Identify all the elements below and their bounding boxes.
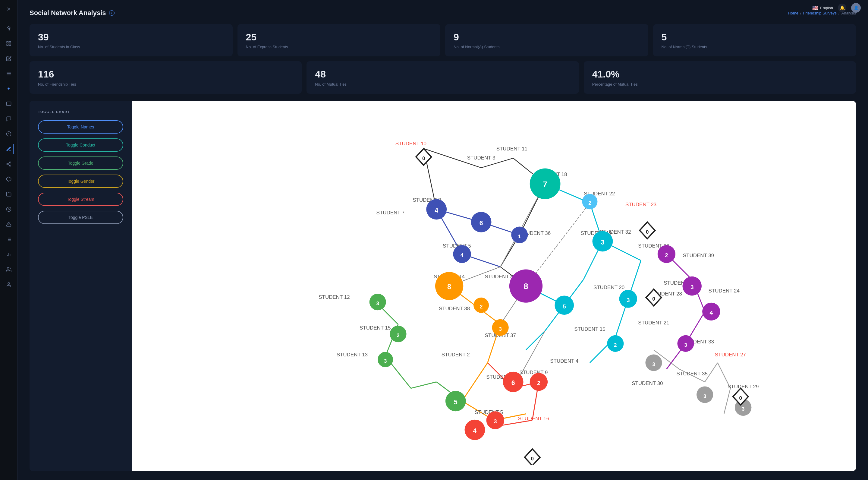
breadcrumb-sep1: / bbox=[800, 11, 801, 16]
toggle-panel-title: TOGGLE CHART bbox=[38, 110, 123, 114]
student-label: STUDENT 16 bbox=[518, 416, 549, 421]
node-label: 4 bbox=[435, 207, 438, 214]
pencil-icon[interactable] bbox=[4, 144, 13, 154]
node-label: 0 bbox=[422, 156, 425, 161]
stat-label: No. of Students in Class bbox=[38, 44, 224, 49]
student-label: STUDENT 38 bbox=[439, 306, 470, 311]
share-icon[interactable] bbox=[4, 159, 13, 169]
node-label: 3 bbox=[742, 406, 744, 412]
stat-label: No. of Express Students bbox=[246, 44, 432, 49]
alert-icon[interactable] bbox=[4, 129, 13, 139]
title-wrap: Social Network Analysis i bbox=[30, 9, 115, 17]
node-label: 4 bbox=[473, 427, 477, 434]
student-label: STUDENT 35 bbox=[677, 371, 708, 377]
clock-icon[interactable] bbox=[4, 204, 13, 214]
toggle-stream-button[interactable]: Toggle Stream bbox=[38, 193, 123, 206]
stat-card: 116 No. of Friendship Ties bbox=[30, 61, 302, 93]
node-label: 2 bbox=[480, 304, 483, 310]
toggle-grade-button[interactable]: Toggle Grade bbox=[38, 156, 123, 170]
node-label: 6 bbox=[512, 379, 515, 386]
student-label: STUDENT 29 bbox=[727, 384, 758, 390]
svg-line-17 bbox=[8, 163, 9, 164]
stat-label: No. of Normal(A) Students bbox=[454, 44, 640, 49]
node-label: 2 bbox=[588, 200, 591, 206]
student-label: STUDENT 15 bbox=[574, 326, 605, 332]
dashboard-icon[interactable] bbox=[4, 38, 13, 48]
stat-label: No. of Mutual Ties bbox=[315, 82, 570, 87]
toggle-names-button[interactable]: Toggle Names bbox=[38, 120, 123, 133]
folder-icon[interactable] bbox=[4, 189, 13, 199]
warning-icon[interactable] bbox=[4, 219, 13, 229]
page-header: Social Network Analysis i Home / Friends… bbox=[30, 9, 856, 17]
node-label: 3 bbox=[627, 297, 630, 303]
list-icon[interactable] bbox=[4, 235, 13, 244]
node-label: 1 bbox=[518, 233, 521, 239]
home-icon[interactable] bbox=[4, 24, 13, 33]
stat-label: Percentage of Mutual Ties bbox=[592, 82, 847, 87]
svg-line-63 bbox=[462, 363, 488, 401]
stat-card: 9 No. of Normal(A) Students bbox=[445, 24, 648, 56]
svg-line-16 bbox=[8, 164, 9, 165]
stat-number: 25 bbox=[246, 31, 432, 43]
svg-point-14 bbox=[7, 163, 8, 165]
edit-icon[interactable] bbox=[4, 54, 13, 63]
node-label: 2 bbox=[665, 252, 668, 259]
user-icon[interactable] bbox=[4, 280, 13, 290]
student-label: STUDENT 11 bbox=[496, 146, 527, 152]
toggle-gender-button[interactable]: Toggle Gender bbox=[38, 175, 123, 188]
breadcrumb-home[interactable]: Home bbox=[788, 11, 798, 16]
student-label: STUDENT 12 bbox=[318, 294, 350, 300]
stat-card: 25 No. of Express Students bbox=[238, 24, 441, 56]
node-label: 3 bbox=[376, 301, 379, 306]
student-label: STUDENT 20 bbox=[593, 284, 624, 290]
hexagon-icon[interactable] bbox=[4, 174, 13, 184]
node-label: 4 bbox=[461, 252, 464, 259]
stat-number: 48 bbox=[315, 68, 570, 80]
student-label: STUDENT 10 bbox=[396, 141, 427, 147]
node-label: 2 bbox=[397, 333, 399, 338]
info-icon[interactable]: i bbox=[109, 10, 115, 16]
stats-row-1: 39 No. of Students in Class 25 No. of Ex… bbox=[30, 24, 856, 56]
users-icon[interactable] bbox=[4, 265, 13, 274]
svg-point-32 bbox=[8, 282, 10, 284]
node-label: 8 bbox=[447, 283, 451, 291]
stat-number: 5 bbox=[661, 31, 848, 43]
student-label: STUDENT 4 bbox=[550, 358, 578, 364]
toggle-conduct-button[interactable]: Toggle Conduct bbox=[38, 139, 123, 152]
language-selector[interactable]: 🇺🇸 English bbox=[812, 5, 833, 11]
stat-card: 48 No. of Mutual Ties bbox=[307, 61, 579, 93]
chat-icon[interactable] bbox=[4, 114, 13, 124]
stats-row-2: 116 No. of Friendship Ties 48 No. of Mut… bbox=[30, 61, 856, 93]
node-label: 2 bbox=[537, 380, 540, 386]
breadcrumb: Home / Friendship Surveys / Analysis bbox=[788, 11, 856, 16]
node-label: 3 bbox=[684, 342, 687, 348]
message-icon[interactable] bbox=[4, 99, 13, 109]
stat-card: 39 No. of Students in Class bbox=[30, 24, 233, 56]
student-label: STUDENT 27 bbox=[715, 352, 746, 358]
student-label: STUDENT 15 bbox=[360, 325, 391, 331]
stat-label: No. of Friendship Ties bbox=[38, 82, 293, 87]
node-label: 3 bbox=[704, 393, 706, 399]
toggle-psle-button[interactable]: Toggle PSLE bbox=[38, 211, 123, 224]
node-label: 4 bbox=[710, 310, 713, 316]
node-label: 3 bbox=[494, 418, 497, 424]
node-label: 8 bbox=[524, 281, 528, 291]
node-label: 3 bbox=[690, 284, 694, 290]
student-label: STUDENT 21 bbox=[638, 320, 669, 326]
toggle-buttons-container: Toggle Names Toggle Conduct Toggle Grade… bbox=[38, 120, 123, 224]
bar-chart-icon[interactable] bbox=[4, 250, 13, 259]
svg-point-13 bbox=[9, 162, 11, 163]
stat-card: 5 No. of Normal(T) Students bbox=[653, 24, 856, 56]
breadcrumb-surveys[interactable]: Friendship Surveys bbox=[803, 11, 837, 16]
svg-rect-4 bbox=[7, 44, 8, 46]
svg-marker-18 bbox=[6, 177, 11, 181]
node-label: 3 bbox=[601, 239, 604, 246]
close-button[interactable] bbox=[4, 4, 13, 14]
stat-number: 39 bbox=[38, 31, 224, 43]
menu-icon[interactable] bbox=[4, 69, 13, 79]
student-label: STUDENT 13 bbox=[337, 352, 368, 358]
language-label: English bbox=[820, 6, 833, 10]
dot-icon: • bbox=[4, 84, 13, 93]
node-label: 0 bbox=[739, 395, 742, 401]
stat-label: No. of Normal(T) Students bbox=[661, 44, 848, 49]
